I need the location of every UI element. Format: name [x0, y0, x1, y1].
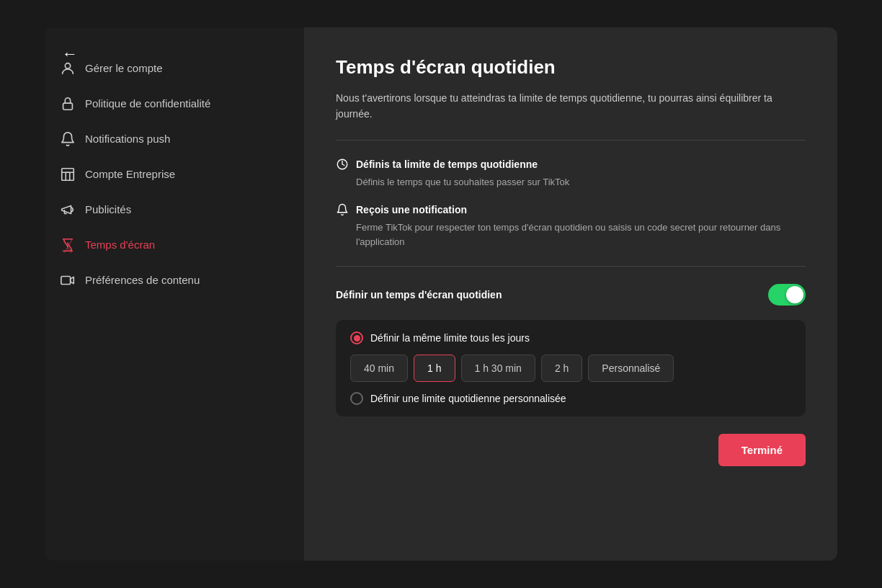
radio-row-1[interactable]: Définir la même limite tous les jours: [350, 331, 791, 344]
page-description: Nous t'avertirons lorsque tu atteindras …: [336, 90, 783, 122]
hourglass-icon: [59, 236, 76, 254]
clock-icon: [336, 158, 349, 171]
settings-modal: ← Gérer le compte Politique de confident…: [45, 27, 837, 561]
radio-1-dot: [350, 331, 363, 344]
svg-rect-3: [61, 276, 71, 284]
sidebar-item-account[interactable]: Gérer le compte: [45, 50, 304, 86]
sidebar-label-ads: Publicités: [85, 203, 131, 215]
radio-row-2[interactable]: Définir une limite quotidienne personnal…: [350, 392, 791, 405]
time-btn-40min[interactable]: 40 min: [350, 355, 408, 382]
sidebar-item-content[interactable]: Préférences de contenu: [45, 262, 304, 298]
video-icon: [59, 272, 76, 289]
sidebar-label-business: Compte Entreprise: [85, 168, 175, 180]
feature-limit: Définis ta limite de temps quotidienne D…: [336, 158, 806, 190]
sidebar-label-screentime: Temps d'écran: [85, 239, 155, 251]
feature-notification: Reçois une notification Ferme TikTok pou…: [336, 203, 806, 249]
sidebar-item-notifications[interactable]: Notifications push: [45, 121, 304, 156]
building-icon: [59, 166, 76, 183]
time-btn-custom[interactable]: Personnalisé: [588, 355, 674, 382]
bell-icon: [59, 130, 76, 148]
time-btn-2h[interactable]: 2 h: [541, 355, 582, 382]
svg-point-0: [65, 63, 70, 68]
sidebar-item-business[interactable]: Compte Entreprise: [45, 156, 304, 192]
app-container: ← Gérer le compte Politique de confident…: [0, 0, 882, 588]
time-btn-1h30[interactable]: 1 h 30 min: [461, 355, 535, 382]
sidebar-item-privacy[interactable]: Politique de confidentialité: [45, 86, 304, 121]
radio-2-dot: [350, 392, 363, 405]
time-btn-1h[interactable]: 1 h: [414, 355, 455, 382]
sidebar-label-notifications: Notifications push: [85, 133, 170, 145]
page-title: Temps d'écran quotidien: [336, 56, 806, 79]
bell-feat-icon: [336, 203, 349, 216]
radio-1-label: Définir la même limite tous les jours: [370, 332, 530, 344]
svg-rect-1: [63, 103, 73, 110]
options-box: Définir la même limite tous les jours 40…: [336, 320, 806, 416]
feature-limit-desc: Définis le temps que tu souhaites passer…: [336, 175, 806, 190]
divider-1: [336, 140, 806, 141]
time-options-group: 40 min 1 h 1 h 30 min 2 h Personnalisé: [350, 355, 791, 382]
megaphone-icon: [59, 201, 76, 218]
screentime-toggle[interactable]: [768, 284, 806, 306]
feature-limit-title: Définis ta limite de temps quotidienne: [336, 158, 806, 171]
sidebar-nav: Gérer le compte Politique de confidentia…: [45, 50, 304, 298]
user-icon: [59, 60, 76, 77]
toggle-row: Définir un temps d'écran quotidien: [336, 284, 806, 306]
sidebar: ← Gérer le compte Politique de confident…: [45, 27, 304, 561]
svg-rect-2: [62, 168, 74, 180]
sidebar-item-ads[interactable]: Publicités: [45, 192, 304, 227]
sidebar-label-privacy: Politique de confidentialité: [85, 97, 210, 110]
feature-notification-desc: Ferme TikTok pour respecter ton temps d'…: [336, 220, 806, 249]
sidebar-label-content: Préférences de contenu: [85, 274, 200, 286]
lock-icon: [59, 95, 76, 112]
divider-2: [336, 266, 806, 267]
done-btn-row: Terminé: [336, 434, 806, 466]
main-panel: Temps d'écran quotidien Nous t'avertiron…: [304, 27, 837, 561]
toggle-label: Définir un temps d'écran quotidien: [336, 289, 502, 300]
sidebar-item-screentime[interactable]: Temps d'écran: [45, 227, 304, 262]
done-button[interactable]: Terminé: [718, 434, 806, 466]
feature-notification-title: Reçois une notification: [336, 203, 806, 216]
sidebar-label-account: Gérer le compte: [85, 62, 163, 74]
radio-2-label: Définir une limite quotidienne personnal…: [370, 393, 566, 404]
